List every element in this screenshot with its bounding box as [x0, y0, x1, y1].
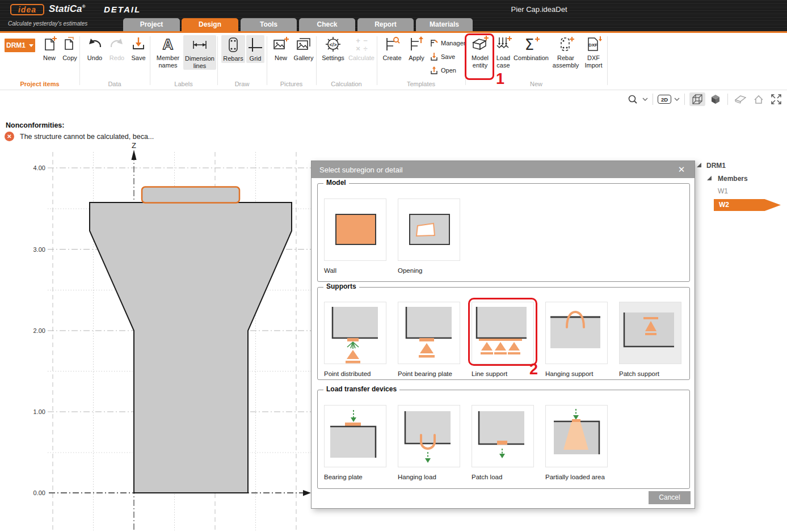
- plate-member-w2-selected[interactable]: [142, 187, 239, 203]
- expander-icon[interactable]: [707, 176, 712, 180]
- expander-icon[interactable]: [697, 163, 701, 167]
- svg-text:A: A: [163, 36, 174, 53]
- new-project-item-button[interactable]: New: [39, 35, 60, 62]
- sigma-plus-icon: Σ: [522, 35, 540, 53]
- open-template-icon: [430, 66, 439, 75]
- tile-point-bearing-plate[interactable]: Point bearing plate: [398, 302, 460, 377]
- dimension-lines-toggle[interactable]: Dimension lines: [183, 35, 216, 70]
- template-search-icon: [383, 35, 401, 53]
- tab-tools[interactable]: Tools: [241, 18, 297, 31]
- tile-opening[interactable]: Opening: [398, 199, 460, 274]
- cancel-button[interactable]: Cancel: [649, 491, 691, 504]
- new-picture-button[interactable]: New: [271, 35, 291, 62]
- project-item-selector[interactable]: DRM1: [5, 39, 35, 52]
- load-case-icon: [494, 35, 512, 53]
- search-icon: [628, 94, 638, 104]
- tile-point-distributed[interactable]: Point distributed: [324, 302, 386, 377]
- wedge-icon: [734, 95, 747, 104]
- save-button[interactable]: Save: [128, 35, 149, 62]
- tree-node-members[interactable]: Members: [718, 175, 748, 183]
- tile-partially-loaded-area[interactable]: Partially loaded area: [545, 405, 619, 480]
- tick-2: 2.00: [33, 327, 45, 334]
- gallery-button[interactable]: Gallery: [292, 35, 315, 62]
- template-open-button[interactable]: Open: [430, 66, 456, 75]
- group-label-draw: Draw: [217, 81, 267, 87]
- create-template-button[interactable]: Create: [380, 35, 405, 62]
- group-label-templates: Templates: [377, 81, 465, 87]
- page-plus-icon: [40, 35, 58, 53]
- dialog-titlebar[interactable]: Select subregion or detail ✕: [312, 161, 695, 178]
- toolbar-separator: [684, 94, 685, 105]
- chevron-down-icon: [29, 44, 33, 47]
- statica-logo-text: StatiCa®: [49, 3, 85, 15]
- annotation-step2-highlight: [468, 298, 537, 366]
- tab-check[interactable]: Check: [299, 18, 355, 31]
- expand-icon: [771, 94, 782, 105]
- group-separator: [217, 36, 218, 85]
- undo-button[interactable]: Undo: [83, 35, 107, 62]
- settings-button[interactable]: </> Settings: [320, 35, 346, 62]
- grid-toggle[interactable]: Grid: [246, 35, 264, 63]
- tile-hanging-load[interactable]: Hanging load: [398, 405, 460, 480]
- clip-view-button[interactable]: [733, 94, 748, 105]
- tree-node-w2-selected[interactable]: W2: [714, 199, 781, 211]
- group-separator: [150, 36, 150, 85]
- toolbar-separator: [727, 94, 728, 105]
- bearing-plate-icon: [325, 406, 387, 468]
- dialog-title: Select subregion or detail: [319, 166, 403, 174]
- svg-text:+: +: [356, 36, 360, 45]
- rebars-icon: [224, 36, 242, 54]
- group-label-data: Data: [79, 81, 150, 87]
- dxf-import-button[interactable]: DXF DXF Import: [582, 35, 605, 69]
- tab-design[interactable]: Design: [182, 18, 238, 31]
- member-names-toggle[interactable]: A Member names: [153, 35, 183, 69]
- calculate-button[interactable]: + − × ÷ Calculate: [347, 35, 376, 62]
- tab-project[interactable]: Project: [123, 18, 180, 31]
- tile-patch-support[interactable]: Patch support: [619, 302, 681, 377]
- chevron-down-icon[interactable]: [674, 97, 680, 102]
- view-mode-2d-button[interactable]: 2D: [658, 95, 671, 104]
- fit-view-button[interactable]: [769, 92, 784, 106]
- template-manager-button[interactable]: Manager: [430, 39, 465, 48]
- close-icon[interactable]: ✕: [675, 164, 688, 175]
- rebars-toggle[interactable]: Rebars: [221, 35, 245, 63]
- svg-text:÷: ÷: [363, 44, 367, 53]
- zoom-tool-button[interactable]: [626, 93, 639, 105]
- z-axis-label: Z: [132, 141, 136, 150]
- group-separator: [607, 36, 608, 85]
- tile-hanging-support[interactable]: Hanging support: [545, 302, 608, 377]
- logo-text: idea: [18, 5, 36, 14]
- z-axis-arrow: [132, 150, 137, 160]
- svg-text:Σ: Σ: [525, 36, 534, 53]
- load-case-button[interactable]: Load case: [494, 35, 512, 69]
- tile-patch-load[interactable]: Patch load: [472, 405, 534, 480]
- svg-text:</>: </>: [329, 42, 336, 48]
- ribbon-toolbar: DRM1 New Copy Project items Undo Redo: [0, 33, 787, 90]
- chevron-down-icon[interactable]: [642, 97, 648, 102]
- tree-node-w1[interactable]: W1: [718, 187, 728, 195]
- redo-button[interactable]: Redo: [107, 35, 127, 62]
- rebar-assembly-button[interactable]: Rebar assembly: [550, 35, 581, 69]
- axis-tick-labels: 4.00 3.00 2.00 1.00 0.00: [33, 164, 45, 496]
- tab-materials[interactable]: Materials: [416, 18, 473, 31]
- apply-template-button[interactable]: Apply: [405, 35, 428, 62]
- dimension-icon: [191, 36, 209, 54]
- pier-member-w1[interactable]: [90, 202, 292, 493]
- model-group-label: Model: [323, 179, 349, 187]
- combination-button[interactable]: Σ Combination: [512, 35, 550, 62]
- structure-drawing[interactable]: Z 4.00 3.00 2.00 1.00 0.00: [0, 91, 318, 532]
- idea-logo: idea: [10, 4, 44, 15]
- project-item-label: DRM1: [6, 41, 26, 49]
- tile-wall[interactable]: Wall: [324, 199, 386, 274]
- group-label-labels: Labels: [150, 81, 217, 87]
- template-save-button[interactable]: Save: [430, 52, 455, 61]
- wireframe-view-button[interactable]: [689, 92, 705, 106]
- app-header: idea StatiCa® DETAIL Calculate yesterday…: [0, 0, 787, 31]
- home-view-button[interactable]: [751, 93, 766, 105]
- copy-project-item-button[interactable]: Copy: [60, 35, 80, 62]
- tick-1: 1.00: [33, 408, 45, 415]
- tab-report[interactable]: Report: [357, 18, 414, 31]
- tile-bearing-plate[interactable]: Bearing plate: [324, 405, 386, 480]
- tree-node-drm1[interactable]: DRM1: [706, 162, 726, 170]
- solid-view-button[interactable]: [708, 92, 723, 106]
